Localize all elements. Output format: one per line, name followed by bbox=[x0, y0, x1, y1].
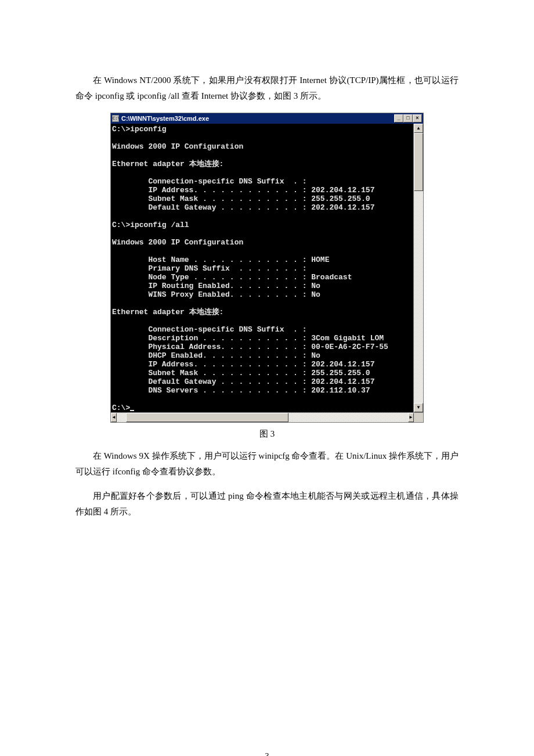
cmd-icon bbox=[112, 115, 119, 122]
terminal-body: C:\>ipconfig Windows 2000 IP Configurati… bbox=[111, 124, 423, 412]
scroll-track-v[interactable] bbox=[414, 133, 423, 403]
scroll-up-button[interactable]: ▲ bbox=[414, 124, 423, 133]
terminal-window: C:\WINNT\system32\cmd.exe _ □ × C:\>ipco… bbox=[110, 113, 424, 423]
figure-caption: 图 3 bbox=[75, 429, 459, 440]
scroll-left-button[interactable]: ◄ bbox=[111, 413, 117, 422]
scroll-right-button[interactable]: ► bbox=[408, 413, 414, 422]
terminal-screenshot: C:\WINNT\system32\cmd.exe _ □ × C:\>ipco… bbox=[110, 113, 424, 423]
paragraph-2: 在 Windows 9X 操作系统下，用户可以运行 winipcfg 命令查看。… bbox=[75, 448, 459, 480]
window-buttons: _ □ × bbox=[394, 114, 422, 123]
paragraph-1: 在 Windows NT/2000 系统下，如果用户没有权限打开 Interne… bbox=[75, 73, 459, 104]
terminal-output: C:\>ipconfig Windows 2000 IP Configurati… bbox=[111, 124, 413, 412]
page-number: 3 bbox=[75, 752, 459, 756]
paragraph-3: 用户配置好各个参数后，可以通过 ping 命令检查本地主机能否与网关或远程主机通… bbox=[75, 488, 459, 520]
scroll-thumb-v[interactable] bbox=[414, 133, 423, 191]
scroll-thumb-h[interactable] bbox=[126, 413, 288, 422]
maximize-button[interactable]: □ bbox=[403, 114, 413, 123]
document-page: 在 Windows NT/2000 系统下，如果用户没有权限打开 Interne… bbox=[0, 0, 534, 756]
scroll-track-h[interactable] bbox=[117, 413, 408, 422]
horizontal-scrollbar[interactable]: ◄ ► bbox=[111, 412, 423, 422]
resize-grip-icon[interactable] bbox=[414, 413, 423, 422]
vertical-scrollbar[interactable]: ▲ ▼ bbox=[413, 124, 423, 412]
scroll-down-button[interactable]: ▼ bbox=[414, 403, 423, 412]
minimize-button[interactable]: _ bbox=[394, 114, 403, 123]
title-left: C:\WINNT\system32\cmd.exe bbox=[112, 115, 209, 122]
close-button[interactable]: × bbox=[413, 114, 422, 123]
window-title: C:\WINNT\system32\cmd.exe bbox=[121, 115, 209, 122]
title-bar: C:\WINNT\system32\cmd.exe _ □ × bbox=[111, 113, 423, 124]
